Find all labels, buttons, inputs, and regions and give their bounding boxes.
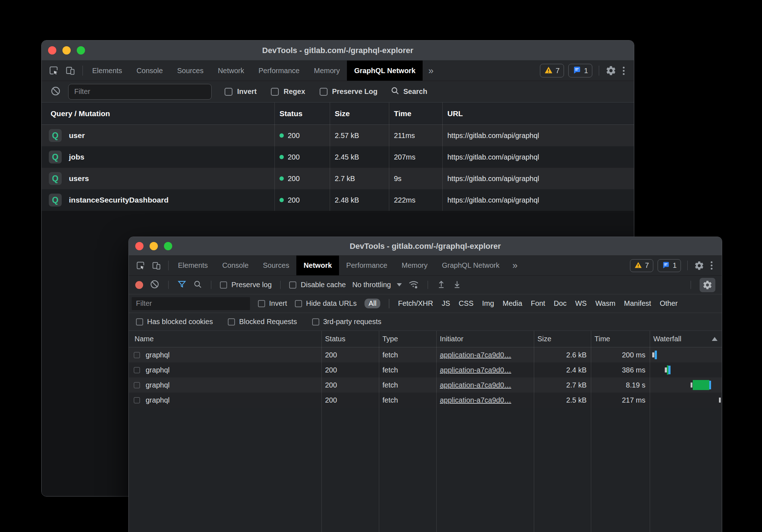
preserve-log-checkbox[interactable]: Preserve Log <box>320 87 378 96</box>
inspect-element-icon[interactable] <box>49 66 59 76</box>
tab-sources[interactable]: Sources <box>170 61 211 81</box>
type-filter-media[interactable]: Media <box>503 299 522 308</box>
filter-input[interactable] <box>132 297 250 310</box>
column-header-query-mutation[interactable]: Query / Mutation <box>42 109 274 118</box>
titlebar[interactable]: DevTools - gitlab.com/-/graphql-explorer <box>129 237 722 256</box>
tab-network[interactable]: Network <box>211 61 251 81</box>
network-row-graphql[interactable]: graphql200fetchapplication-a7ca9d0…2.4 k… <box>129 362 722 377</box>
settings-gear-icon[interactable] <box>694 261 704 271</box>
tab-network[interactable]: Network <box>296 256 339 275</box>
type-filter-all[interactable]: All <box>364 299 380 308</box>
graphql-row-users[interactable]: Qusers2002.7 kB9shttps://gitlab.com/api/… <box>42 168 634 189</box>
column-header-url[interactable]: URL <box>442 109 634 118</box>
type-filter-js[interactable]: JS <box>442 299 450 308</box>
column-header-size[interactable]: Size <box>330 109 389 118</box>
warnings-badge[interactable]: 7 <box>630 259 653 272</box>
type-filter-other[interactable]: Other <box>660 299 678 308</box>
issues-badge[interactable]: 1 <box>568 64 592 77</box>
graphql-row-instancesecuritydashboard[interactable]: QinstanceSecurityDashboard2002.48 kB222m… <box>42 189 634 211</box>
tab-memory[interactable]: Memory <box>395 256 435 275</box>
column-header-name[interactable]: Name <box>129 335 321 343</box>
type-filter-doc[interactable]: Doc <box>554 299 567 308</box>
minimize-window-button[interactable] <box>62 46 71 54</box>
initiator-link[interactable]: application-a7ca9d0… <box>440 381 511 389</box>
throttling-dropdown[interactable]: No throttling <box>352 281 402 289</box>
type-filter-css[interactable]: CSS <box>459 299 474 308</box>
import-har-icon[interactable] <box>437 280 446 290</box>
search-button[interactable]: Search <box>390 86 427 97</box>
network-conditions-icon[interactable] <box>408 279 419 291</box>
column-header-status[interactable]: Status <box>321 335 379 343</box>
type-filter-manifest[interactable]: Manifest <box>624 299 651 308</box>
preserve-log-checkbox[interactable]: Preserve log <box>220 281 272 289</box>
graphql-row-user[interactable]: Quser2002.57 kB211mshttps://gitlab.com/a… <box>42 125 634 146</box>
clear-network-log-icon[interactable] <box>150 279 160 291</box>
column-header-time[interactable]: Time <box>389 109 442 118</box>
close-window-button[interactable] <box>135 242 144 250</box>
initiator-link[interactable]: application-a7ca9d0… <box>440 366 511 374</box>
column-header-status[interactable]: Status <box>274 109 330 118</box>
minimize-window-button[interactable] <box>150 242 158 250</box>
hide-data-urls-checkbox[interactable]: Hide data URLs <box>295 299 357 308</box>
invert-checkbox[interactable]: Invert <box>258 299 287 308</box>
filter-funnel-icon[interactable] <box>177 280 187 290</box>
record-network-log-button[interactable] <box>135 281 143 289</box>
warnings-badge[interactable]: 7 <box>540 64 564 77</box>
regex-checkbox[interactable]: Regex <box>271 87 305 96</box>
type-filter-img[interactable]: Img <box>482 299 494 308</box>
tab-elements[interactable]: Elements <box>85 61 129 81</box>
invert-checkbox[interactable]: Invert <box>225 87 257 96</box>
device-toolbar-icon[interactable] <box>65 66 75 76</box>
network-row-graphql[interactable]: graphql200fetchapplication-a7ca9d0…2.6 k… <box>129 347 722 362</box>
initiator-link[interactable]: application-a7ca9d0… <box>440 351 511 359</box>
type-filter-font[interactable]: Font <box>531 299 545 308</box>
blocked-requests-checkbox[interactable]: Blocked Requests <box>228 318 297 326</box>
export-har-icon[interactable] <box>452 280 462 290</box>
disable-cache-checkbox[interactable]: Disable cache <box>289 281 346 289</box>
type-filter-fetch-xhr[interactable]: Fetch/XHR <box>398 299 433 308</box>
has-blocked-cookies-checkbox[interactable]: Has blocked cookies <box>136 318 213 326</box>
block-requests-icon[interactable] <box>50 86 61 98</box>
column-header-time[interactable]: Time <box>591 335 650 343</box>
type-filter-ws[interactable]: WS <box>575 299 587 308</box>
tab-performance[interactable]: Performance <box>251 61 307 81</box>
tab-elements[interactable]: Elements <box>171 256 215 275</box>
network-row-graphql[interactable]: graphql200fetchapplication-a7ca9d0…2.5 k… <box>129 393 722 408</box>
row-checkbox[interactable] <box>134 397 140 403</box>
tab-memory[interactable]: Memory <box>307 61 347 81</box>
issues-badge[interactable]: 1 <box>658 259 681 272</box>
tab-console[interactable]: Console <box>129 61 170 81</box>
inspect-element-icon[interactable] <box>136 261 145 270</box>
tab-sources[interactable]: Sources <box>256 256 296 275</box>
type-filter-wasm[interactable]: Wasm <box>595 299 615 308</box>
device-toolbar-icon[interactable] <box>152 261 161 270</box>
more-options-icon[interactable] <box>709 261 715 270</box>
more-tabs-icon[interactable]: » <box>423 61 439 81</box>
initiator-link[interactable]: application-a7ca9d0… <box>440 396 511 404</box>
more-options-icon[interactable] <box>621 67 627 75</box>
row-checkbox[interactable] <box>134 382 140 388</box>
graphql-row-jobs[interactable]: Qjobs2002.45 kB207mshttps://gitlab.com/a… <box>42 146 634 168</box>
close-window-button[interactable] <box>48 46 56 54</box>
zoom-window-button[interactable] <box>77 46 85 54</box>
search-icon[interactable] <box>193 280 202 290</box>
3rd-party-requests-checkbox[interactable]: 3rd-party requests <box>312 318 381 326</box>
titlebar[interactable]: DevTools - gitlab.com/-/graphql-explorer <box>42 41 634 61</box>
tab-console[interactable]: Console <box>215 256 255 275</box>
tab-performance[interactable]: Performance <box>339 256 395 275</box>
filter-input[interactable] <box>68 84 212 100</box>
network-row-graphql[interactable]: graphql200fetchapplication-a7ca9d0…2.7 k… <box>129 377 722 393</box>
column-header-waterfall[interactable]: Waterfall <box>650 335 722 343</box>
more-tabs-icon[interactable]: » <box>507 256 523 275</box>
status-cell: 200 <box>274 132 330 140</box>
network-settings-gear-icon[interactable] <box>700 278 715 292</box>
tab-graphql-network[interactable]: GraphQL Network <box>435 256 507 275</box>
settings-gear-icon[interactable] <box>606 65 616 76</box>
column-header-initiator[interactable]: Initiator <box>436 335 534 343</box>
column-header-size[interactable]: Size <box>534 335 591 343</box>
row-checkbox[interactable] <box>134 352 140 358</box>
column-header-type[interactable]: Type <box>379 335 436 343</box>
zoom-window-button[interactable] <box>164 242 172 250</box>
tab-graphql-network[interactable]: GraphQL Network <box>347 61 423 81</box>
row-checkbox[interactable] <box>134 367 140 373</box>
